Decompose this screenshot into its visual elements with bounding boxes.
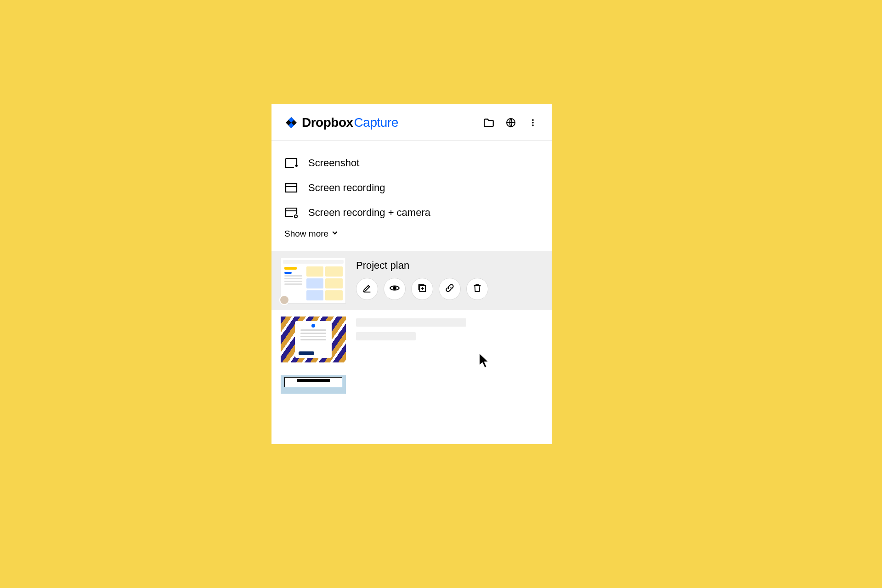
capture-actions (356, 278, 543, 300)
add-collection-icon (417, 283, 427, 295)
svg-point-5 (532, 122, 534, 124)
globe-icon[interactable] (505, 117, 517, 129)
link-icon (445, 283, 455, 295)
brand-text: DropboxCapture (302, 115, 398, 130)
option-label: Screenshot (308, 157, 359, 169)
option-screen-recording-camera[interactable]: Screen recording + camera (284, 200, 539, 225)
option-label: Screen recording + camera (308, 207, 430, 219)
capture-title: Project plan (356, 260, 543, 271)
eye-icon (389, 283, 400, 295)
screenshot-icon (284, 157, 298, 169)
chevron-down-icon (331, 229, 339, 239)
capture-item-project-plan[interactable]: Project plan (271, 251, 552, 310)
header-actions (483, 117, 539, 129)
brand-logo: DropboxCapture (284, 115, 398, 130)
capture-panel: DropboxCapture (271, 104, 552, 444)
presenter-avatar (279, 295, 289, 305)
screen-recording-camera-icon (284, 207, 298, 219)
captures-list: Project plan (271, 251, 552, 394)
option-label: Screen recording (308, 182, 385, 194)
dropbox-logo-icon (284, 116, 298, 130)
edit-button[interactable] (356, 278, 378, 300)
capture-item[interactable] (271, 369, 552, 394)
capture-thumbnail (281, 375, 346, 394)
option-screen-recording[interactable]: Screen recording (284, 175, 539, 200)
capture-options: Screenshot Screen recording Screen recor… (271, 141, 552, 251)
capture-item[interactable] (271, 310, 552, 369)
svg-point-6 (532, 124, 534, 126)
view-button[interactable] (384, 278, 406, 300)
folder-icon[interactable] (483, 117, 495, 129)
delete-button[interactable] (466, 278, 488, 300)
brand-secondary: Capture (354, 115, 398, 130)
header: DropboxCapture (271, 104, 552, 141)
placeholder-line (356, 332, 416, 340)
svg-rect-7 (286, 184, 297, 192)
screen-recording-icon (284, 182, 298, 194)
placeholder-line (356, 318, 466, 327)
svg-point-4 (532, 119, 534, 121)
brand-primary: Dropbox (302, 115, 353, 130)
svg-point-11 (393, 287, 396, 289)
trash-icon (472, 283, 482, 295)
capture-thumbnail (281, 317, 346, 362)
show-more-label: Show more (284, 229, 328, 239)
more-vertical-icon[interactable] (527, 117, 539, 129)
show-more-button[interactable]: Show more (284, 225, 539, 247)
capture-thumbnail (281, 258, 346, 304)
add-to-collection-button[interactable] (411, 278, 433, 300)
option-screenshot[interactable]: Screenshot (284, 151, 539, 175)
pencil-icon (362, 283, 372, 295)
copy-link-button[interactable] (439, 278, 461, 300)
svg-point-9 (294, 215, 297, 218)
